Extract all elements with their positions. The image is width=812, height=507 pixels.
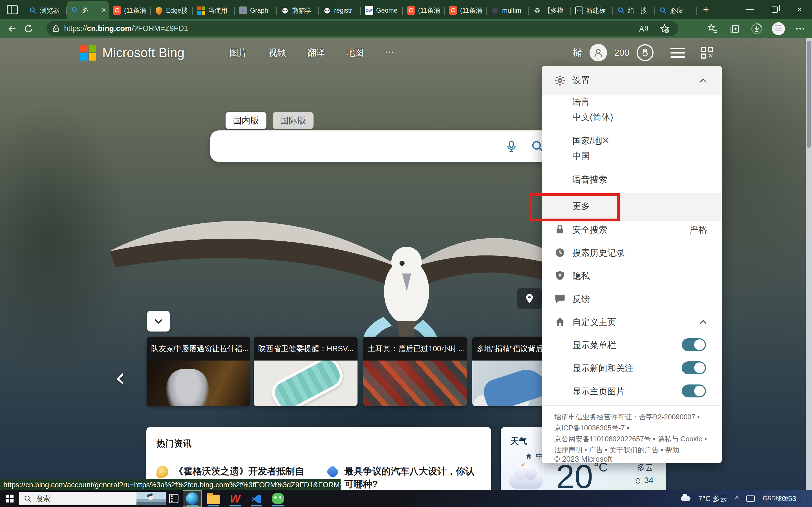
- location-pin-icon: [524, 293, 535, 304]
- menu-item-language-value[interactable]: 中文(简体): [572, 111, 613, 123]
- tab[interactable]: multim: [487, 2, 529, 19]
- menu-item-region-value[interactable]: 中国: [572, 150, 590, 162]
- taskbar-app-wechat[interactable]: [269, 491, 287, 506]
- taskbar-app-vscode[interactable]: [248, 491, 266, 506]
- show-desktop-button[interactable]: [804, 490, 806, 507]
- menu-item-voice-search[interactable]: 语音搜索: [572, 174, 607, 186]
- start-button[interactable]: [0, 490, 19, 507]
- browser-profile-avatar[interactable]: [772, 22, 785, 35]
- tab[interactable]: CvFGeome: [361, 2, 403, 19]
- scroll-down-button[interactable]: [147, 311, 170, 332]
- scrollbar-thumb[interactable]: [807, 41, 811, 148]
- nav-more-icon[interactable]: ⋯: [385, 47, 394, 59]
- close-button[interactable]: ×: [787, 0, 812, 19]
- refresh-button[interactable]: [20, 21, 37, 36]
- download-button[interactable]: [750, 22, 763, 36]
- collections-button[interactable]: [728, 22, 742, 36]
- restore-button[interactable]: [762, 0, 787, 19]
- news-card[interactable]: 队友家中屡屡遇窃让拉什福...: [147, 337, 250, 406]
- tab-workspaces-button[interactable]: [0, 0, 25, 19]
- nav-translate[interactable]: 翻译: [307, 47, 325, 59]
- location-badge[interactable]: [517, 288, 542, 309]
- account-name[interactable]: 槠: [573, 47, 582, 59]
- toggle-menu-bar[interactable]: [682, 338, 706, 351]
- carousel-left-icon[interactable]: ‹: [115, 365, 125, 391]
- tab[interactable]: >Graph: [235, 2, 277, 19]
- tab-domestic[interactable]: 国内版: [225, 112, 266, 129]
- tab[interactable]: 给 - 搜: [613, 2, 655, 19]
- wechat-icon: [272, 493, 284, 504]
- hamburger-icon[interactable]: [670, 48, 685, 58]
- cloud-icon: [681, 496, 691, 501]
- region-tabs: 国内版 国际版: [225, 112, 313, 129]
- lock-icon[interactable]: [52, 24, 60, 33]
- tab-close-icon[interactable]: ×: [101, 6, 106, 14]
- task-view-button[interactable]: [166, 490, 182, 507]
- settings-more-button[interactable]: [794, 22, 807, 36]
- read-aloud-button[interactable]: A: [637, 22, 650, 36]
- taskbar-app-explorer[interactable]: [205, 491, 223, 506]
- menu-item-feedback[interactable]: 反馈: [572, 293, 590, 305]
- bing-logo[interactable]: Microsoft Bing: [80, 45, 185, 61]
- search-input[interactable]: [210, 130, 555, 162]
- toggle-home-image[interactable]: [682, 385, 706, 397]
- rewards-medal-icon[interactable]: [637, 44, 654, 61]
- search-highlight-image[interactable]: [137, 492, 166, 505]
- nav-images[interactable]: 图片: [230, 47, 247, 59]
- tab[interactable]: C(11条消: [109, 2, 151, 19]
- rewards-points[interactable]: 200: [614, 48, 629, 58]
- new-page-icon: ⋯: [575, 6, 583, 15]
- tab-title: 浏览器: [40, 6, 64, 15]
- tab-title: registr: [334, 7, 358, 14]
- settings-header[interactable]: 设置: [542, 66, 722, 96]
- address-bar[interactable]: https://cn.bing.com/?FORM=Z9FD1 A: [47, 21, 678, 36]
- menu-item-customize-home[interactable]: 自定义主页: [572, 316, 616, 328]
- menu-item-privacy[interactable]: 隐私: [572, 270, 590, 282]
- hot-news-item[interactable]: 最具争议的汽车八大设计，你认可哪种? 车有料 · 1天: [327, 465, 479, 490]
- bing-logo-text: Microsoft Bing: [102, 45, 185, 60]
- menu-item-safe-search[interactable]: 安全搜索: [572, 224, 607, 236]
- tab[interactable]: ⋯新建标: [571, 2, 613, 19]
- taskbar-app-wps[interactable]: W: [226, 491, 244, 506]
- tab[interactable]: registr: [319, 2, 361, 19]
- tray-chevron-up-icon[interactable]: ^: [735, 495, 739, 503]
- taskbar-search[interactable]: 搜索: [19, 492, 166, 505]
- bing-account-area: 槠 200: [573, 44, 713, 61]
- news-card[interactable]: 陕西省卫健委提醒：HRSV...: [254, 337, 357, 406]
- toggle-news[interactable]: [682, 361, 706, 374]
- tab[interactable]: 当使用: [193, 2, 235, 19]
- tab[interactable]: Edge搜: [151, 2, 193, 19]
- menu-item-language-label: 语言: [572, 96, 590, 108]
- tab[interactable]: C(11条消: [403, 2, 445, 19]
- chevron-up-icon[interactable]: [698, 317, 708, 327]
- page-scrollbar[interactable]: [806, 38, 812, 490]
- taskbar-app-edge[interactable]: [183, 491, 201, 506]
- tab-title: (11条消: [418, 6, 442, 15]
- folder-icon: [207, 495, 220, 504]
- account-avatar[interactable]: [590, 44, 607, 61]
- tab[interactable]: C(11条消: [445, 2, 487, 19]
- news-card[interactable]: 土耳其：震后已过100小时 ...: [363, 337, 467, 406]
- tray-monitor-icon[interactable]: [746, 496, 755, 502]
- tab-international[interactable]: 国际版: [273, 112, 313, 129]
- tab[interactable]: 必应: [655, 2, 697, 19]
- legal-text[interactable]: 增值电信业务经营许可证：合字B2-20090007 • 京ICP备1003630…: [554, 411, 712, 455]
- nav-videos[interactable]: 视频: [268, 47, 286, 59]
- tab[interactable]: 熊猫学: [277, 2, 319, 19]
- tab-title: Geome: [376, 7, 400, 14]
- back-button[interactable]: [4, 21, 20, 36]
- minimize-button[interactable]: [738, 0, 762, 19]
- tab[interactable]: 浏览器: [25, 2, 67, 19]
- new-tab-button[interactable]: +: [697, 0, 715, 19]
- tab-active[interactable]: 必×: [67, 1, 109, 19]
- tray-weather[interactable]: 7°C 多云: [698, 494, 727, 504]
- nav-maps[interactable]: 地图: [346, 47, 364, 59]
- tab[interactable]: ♻【多模: [529, 2, 571, 19]
- qr-icon[interactable]: [701, 47, 713, 59]
- add-favorite-button[interactable]: [658, 22, 671, 36]
- favorites-button[interactable]: [706, 22, 719, 36]
- mic-icon[interactable]: [505, 139, 518, 153]
- chevron-up-icon[interactable]: [698, 76, 708, 86]
- task-view-icon: [169, 494, 179, 503]
- menu-item-search-history[interactable]: 搜索历史记录: [572, 247, 625, 259]
